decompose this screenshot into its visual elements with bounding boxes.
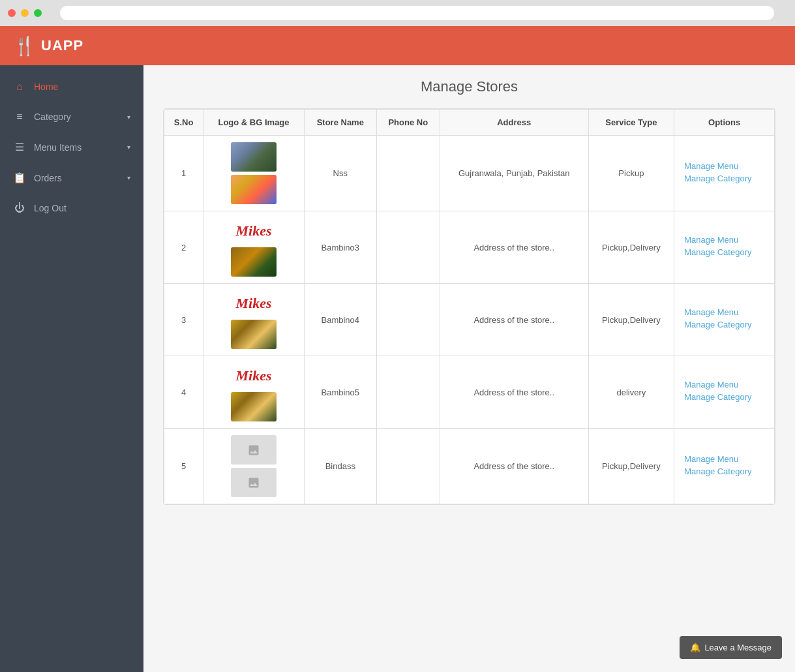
col-store-name: Store Name [304,110,376,136]
cell-store-name-2: Bambino3 [304,211,376,284]
manage-menu-link-2[interactable]: Manage Menu [684,235,768,245]
col-address: Address [440,110,588,136]
chevron-down-icon-category: ▾ [127,114,130,121]
stores-table: S.No Logo & BG Image Store Name Phone No… [164,109,775,504]
sidebar-item-home[interactable]: ⌂ Home [0,72,143,102]
sidebar-item-orders[interactable]: 📋 Orders ▾ [0,162,143,193]
sidebar-label-category: Category [34,112,119,122]
cell-image-5 [203,429,305,504]
home-icon: ⌂ [13,81,26,93]
image-row-5 [210,435,297,497]
table-row: 4 Mikes Bambino5 [164,356,775,429]
cell-address-4: Address of the store.. [440,356,588,429]
chevron-down-icon-orders: ▾ [127,174,130,181]
float-btn-label: Leave a Message [704,643,772,652]
store-bg-4 [231,392,277,421]
sidebar-item-menu-items[interactable]: ☰ Menu Items ▾ [0,132,143,162]
menu-items-icon: ☰ [13,141,26,153]
table-row: 3 Mikes Bambino4 [164,284,775,356]
image-row-4: Mikes [210,363,297,421]
image-row-3: Mikes [210,290,297,349]
content-area: Manage Stores S.No Logo & BG Image Store… [143,65,795,672]
category-icon: ≡ [13,111,26,123]
cell-service-type-2: Pickup,Delivery [588,211,674,284]
table-row: 5 Bi [164,429,775,504]
manage-category-link-3[interactable]: Manage Category [684,320,768,329]
store-logo-1 [231,142,277,172]
logo-text: UAPP [41,37,83,54]
browser-dot-green[interactable] [34,9,42,17]
cell-store-name-1: Nss [304,136,376,211]
sidebar-item-category[interactable]: ≡ Category ▾ [0,102,143,132]
cell-options-2: Manage Menu Manage Category [674,211,775,284]
cell-sno-2: 2 [164,211,203,284]
cell-phone-2 [376,211,440,284]
browser-address-bar[interactable] [60,6,774,20]
main-area: ⌂ Home ≡ Category ▾ ☰ Menu Items ▾ 📋 Ord… [0,65,795,672]
cell-address-1: Gujranwala, Punjab, Pakistan [440,136,588,211]
logout-icon: ⏻ [13,202,26,214]
cell-address-3: Address of the store.. [440,284,588,356]
page-title: Manage Stores [163,78,775,95]
logo-area: 🍴 UAPP [13,35,83,57]
sidebar: ⌂ Home ≡ Category ▾ ☰ Menu Items ▾ 📋 Ord… [0,65,143,672]
store-logo-3: Mikes [231,290,277,316]
message-icon: 🔔 [690,643,700,652]
sidebar-item-logout[interactable]: ⏻ Log Out [0,193,143,223]
cell-address-2: Address of the store.. [440,211,588,284]
manage-category-link-1[interactable]: Manage Category [684,174,768,183]
logo-icon: 🍴 [13,35,36,57]
top-header: 🍴 UAPP [0,26,795,65]
sidebar-label-logout: Log Out [34,203,130,213]
table-row: 1 Nss Gujranwala, Punjab, Pakistan Picku… [164,136,775,211]
cell-options-1: Manage Menu Manage Category [674,136,775,211]
sidebar-label-orders: Orders [34,173,119,183]
sidebar-label-home: Home [34,82,130,92]
manage-menu-link-5[interactable]: Manage Menu [684,454,768,464]
cell-image-3: Mikes [203,284,305,356]
manage-category-link-2[interactable]: Manage Category [684,247,768,257]
browser-dot-yellow[interactable] [21,9,29,17]
cell-store-name-4: Bambino5 [304,356,376,429]
cell-options-4: Manage Menu Manage Category [674,356,775,429]
cell-phone-1 [376,136,440,211]
cell-service-type-4: delivery [588,356,674,429]
cell-image-2: Mikes [203,211,305,284]
store-bg-3 [231,320,277,349]
image-row-2: Mikes [210,218,297,277]
cell-phone-5 [376,429,440,504]
app-wrapper: 🍴 UAPP ⌂ Home ≡ Category ▾ ☰ Menu Items … [0,26,795,672]
cell-sno-4: 4 [164,356,203,429]
manage-menu-link-1[interactable]: Manage Menu [684,161,768,171]
cell-sno-5: 5 [164,429,203,504]
manage-menu-link-4[interactable]: Manage Menu [684,380,768,389]
table-row: 2 Mikes Bambino3 [164,211,775,284]
cell-service-type-3: Pickup,Delivery [588,284,674,356]
cell-options-5: Manage Menu Manage Category [674,429,775,504]
col-options: Options [674,110,775,136]
store-logo-2: Mikes [231,218,277,244]
store-bg-2 [231,247,277,277]
leave-message-button[interactable]: 🔔 Leave a Message [680,636,782,659]
store-bg-placeholder-5 [231,468,277,497]
browser-dot-red[interactable] [8,9,16,17]
chevron-down-icon-menu: ▾ [127,144,130,151]
cell-phone-4 [376,356,440,429]
col-logo: Logo & BG Image [203,110,305,136]
store-bg-1 [231,175,277,204]
browser-chrome [0,0,795,26]
store-logo-4: Mikes [231,363,277,389]
cell-sno-3: 3 [164,284,203,356]
cell-image-4: Mikes [203,356,305,429]
manage-menu-link-3[interactable]: Manage Menu [684,307,768,317]
manage-category-link-4[interactable]: Manage Category [684,392,768,402]
cell-address-5: Address of the store.. [440,429,588,504]
manage-category-link-5[interactable]: Manage Category [684,466,768,476]
col-service-type: Service Type [588,110,674,136]
sidebar-label-menu-items: Menu Items [34,142,119,153]
cell-image-1 [203,136,305,211]
store-logo-placeholder-5 [231,435,277,465]
cell-options-3: Manage Menu Manage Category [674,284,775,356]
image-row-1 [210,142,297,204]
cell-store-name-3: Bambino4 [304,284,376,356]
